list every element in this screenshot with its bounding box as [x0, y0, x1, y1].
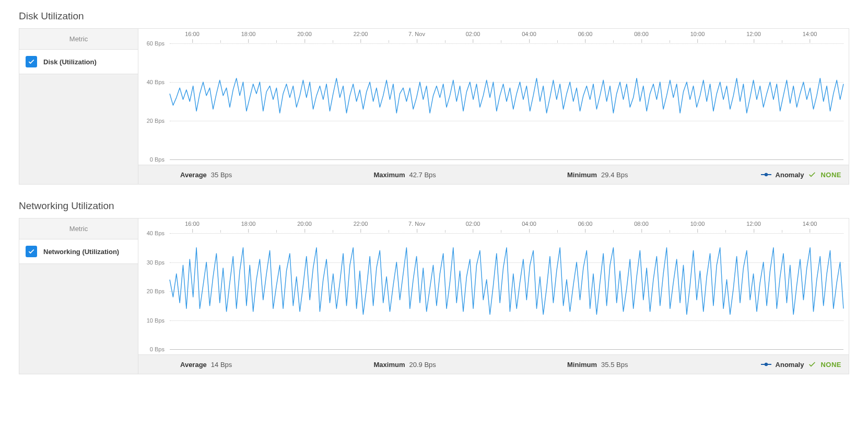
chart-column: 0 Bps20 Bps40 Bps60 Bps16:0018:0020:0022…	[138, 29, 849, 184]
networking-panel: Metric Networking (Utilization) 0 Bps10 …	[19, 218, 849, 374]
stat-minimum: Minimum 35.5 Bps	[567, 361, 756, 369]
metric-header: Metric	[19, 29, 138, 50]
disk-utilization-section: Disk Utilization Metric Disk (Utilizatio…	[19, 10, 849, 185]
chart-column: 0 Bps10 Bps20 Bps30 Bps40 Bps16:0018:002…	[138, 219, 849, 374]
stat-average: Average 35 Bps	[180, 171, 369, 179]
chart-area-disk[interactable]: 0 Bps20 Bps40 Bps60 Bps16:0018:0020:0022…	[138, 29, 849, 165]
anomaly-group: Anomaly NONE	[761, 170, 841, 179]
svg-point-1	[764, 173, 767, 176]
stat-maximum: Maximum 20.9 Bps	[374, 361, 562, 369]
metric-header: Metric	[19, 219, 138, 239]
disk-panel: Metric Disk (Utilization) 0 Bps20 Bps40 …	[19, 28, 849, 185]
metric-column: Metric Networking (Utilization)	[19, 219, 138, 374]
metric-name: Disk (Utilization)	[43, 58, 97, 66]
checkbox-checked-icon[interactable]	[26, 246, 37, 257]
section-title-disk: Disk Utilization	[19, 10, 849, 22]
stats-bar-networking: Average 14 Bps Maximum 20.9 Bps Minimum …	[138, 354, 849, 374]
section-title-networking: Networking Utilization	[19, 200, 849, 212]
check-icon	[808, 170, 816, 179]
chart-area-networking[interactable]: 0 Bps10 Bps20 Bps30 Bps40 Bps16:0018:002…	[138, 219, 849, 354]
anomaly-legend-icon	[761, 362, 771, 367]
stat-maximum: Maximum 42.7 Bps	[374, 171, 562, 179]
metric-column: Metric Disk (Utilization)	[19, 29, 138, 184]
anomaly-group: Anomaly NONE	[761, 360, 841, 369]
stat-minimum: Minimum 29.4 Bps	[567, 171, 756, 179]
check-icon	[808, 360, 816, 369]
stat-average: Average 14 Bps	[180, 361, 369, 369]
networking-utilization-section: Networking Utilization Metric Networking…	[19, 200, 849, 374]
checkbox-checked-icon[interactable]	[26, 56, 37, 67]
stats-bar-disk: Average 35 Bps Maximum 42.7 Bps Minimum …	[138, 165, 849, 184]
svg-point-3	[764, 363, 767, 366]
metric-row-networking[interactable]: Networking (Utilization)	[19, 239, 138, 264]
metric-row-disk[interactable]: Disk (Utilization)	[19, 50, 138, 74]
anomaly-legend-icon	[761, 172, 771, 177]
metric-name: Networking (Utilization)	[43, 248, 119, 256]
